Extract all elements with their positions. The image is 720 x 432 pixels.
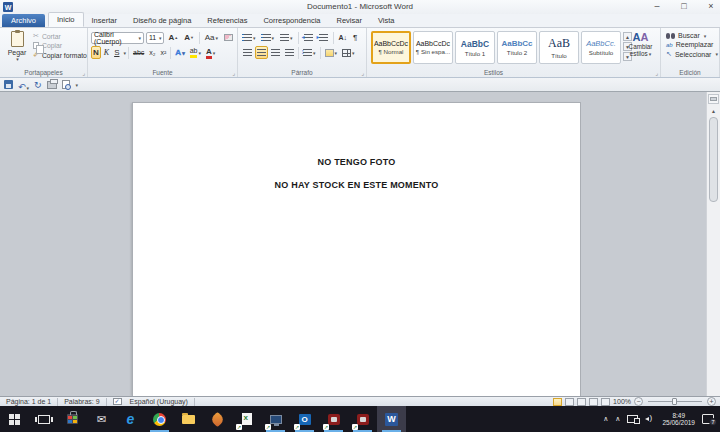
zoom-out-button[interactable]: − — [634, 397, 643, 406]
remote-desktop-shortcut-button[interactable]: ↗ — [261, 406, 290, 432]
app-taskbar-button-rocket[interactable] — [203, 406, 232, 432]
outline-view-button[interactable] — [589, 398, 598, 406]
scrollbar-thumb[interactable] — [709, 117, 718, 202]
dialog-launcher-icon[interactable]: ⌟ — [82, 70, 85, 76]
redo-icon[interactable]: ↻ — [34, 80, 42, 90]
font-color-button[interactable]: A▾ — [204, 46, 217, 59]
text-effects-button[interactable]: A▾ — [173, 46, 186, 59]
start-button[interactable] — [0, 406, 29, 432]
fullscreen-reading-view-button[interactable] — [565, 398, 574, 406]
close-button[interactable]: × — [706, 0, 716, 12]
excel-file-shortcut-button[interactable]: ↗ — [232, 406, 261, 432]
dialog-launcher-icon[interactable]: ⌟ — [232, 70, 235, 76]
style-normal[interactable]: AaBbCcDc ¶ Normal — [371, 31, 411, 64]
store-taskbar-button[interactable] — [58, 406, 87, 432]
task-view-button[interactable] — [29, 406, 58, 432]
tab-archivo[interactable]: Archivo — [2, 14, 45, 27]
style-titulo[interactable]: AaB Título — [539, 31, 579, 64]
file-explorer-taskbar-button[interactable] — [174, 406, 203, 432]
hidden-icons-chevron-icon[interactable]: ∧ — [615, 415, 620, 423]
app-shortcut-red-2-button[interactable]: ↗ — [348, 406, 377, 432]
style-titulo-1[interactable]: AaBbC Título 1 — [455, 31, 495, 64]
print-icon[interactable] — [47, 81, 57, 89]
subscript-button[interactable]: x₂ — [147, 46, 157, 59]
strikethrough-button[interactable]: abc — [131, 46, 146, 59]
network-icon[interactable] — [627, 415, 638, 423]
undo-button[interactable]: ↶▾ — [18, 76, 29, 94]
action-center-icon[interactable]: 7 — [702, 414, 714, 424]
line-spacing-button[interactable]: ▾ — [301, 46, 318, 59]
tab-revisar[interactable]: Revisar — [329, 14, 370, 27]
align-left-button[interactable] — [241, 46, 254, 59]
sort-button[interactable]: A↓ — [337, 31, 350, 44]
taskbar-clock[interactable]: 8:49 25/06/2019 — [662, 412, 695, 427]
font-family-select[interactable]: Calibri (Cuerpo) ▾ — [91, 32, 144, 44]
proofing-status-icon[interactable] — [113, 398, 122, 405]
volume-icon[interactable] — [645, 415, 655, 424]
style-sin-espaciado[interactable]: AaBbCcDc ¶ Sin espa... — [413, 31, 453, 64]
find-button[interactable]: Buscar ▾ — [666, 32, 719, 39]
print-layout-view-button[interactable] — [553, 398, 562, 406]
word-count[interactable]: Palabras: 9 — [58, 398, 105, 405]
superscript-button[interactable]: x² — [159, 46, 169, 59]
change-styles-button[interactable]: AA Cambiar estilos▾ — [624, 31, 657, 58]
align-right-button[interactable] — [269, 46, 282, 59]
tab-referencias[interactable]: Referencias — [199, 14, 255, 27]
dialog-launcher-icon[interactable]: ⌟ — [655, 70, 658, 76]
word-taskbar-button[interactable]: W — [377, 406, 406, 432]
italic-button[interactable]: K — [102, 46, 111, 59]
select-button[interactable]: ↖ Seleccionar ▾ — [666, 50, 719, 58]
shading-button[interactable]: ▾ — [323, 46, 340, 59]
ruler-toggle-button[interactable] — [708, 94, 719, 104]
align-center-button[interactable] — [255, 46, 268, 59]
mail-taskbar-button[interactable]: ✉ — [87, 406, 116, 432]
paste-button[interactable]: Pegar ▾ — [3, 31, 31, 69]
tab-correspondencia[interactable]: Correspondencia — [255, 14, 328, 27]
style-subtitulo[interactable]: AaBbCc. Subtítulo — [581, 31, 621, 64]
web-layout-view-button[interactable] — [577, 398, 586, 406]
copy-button[interactable]: Copiar — [33, 42, 87, 49]
save-icon[interactable] — [4, 80, 13, 89]
text-highlight-button[interactable]: ab▾ — [188, 46, 203, 59]
zoom-slider-thumb[interactable] — [672, 398, 677, 405]
tab-vista[interactable]: Vista — [370, 14, 403, 27]
zoom-slider[interactable] — [648, 401, 702, 402]
replace-button[interactable]: ab Reemplazar — [666, 41, 719, 48]
chevron-down-icon[interactable]: ▾ — [123, 50, 126, 56]
language-indicator[interactable]: Español (Uruguay) — [124, 398, 194, 405]
decrease-indent-button[interactable] — [302, 31, 315, 44]
dialog-launcher-icon[interactable]: ⌟ — [361, 70, 364, 76]
hidden-icons-chevron-icon[interactable]: ∧ — [603, 415, 608, 423]
bold-button[interactable]: N — [91, 46, 101, 59]
shrink-font-button[interactable]: A▼ — [182, 31, 196, 44]
font-size-select[interactable]: 11 ▾ — [146, 32, 165, 44]
minimize-button[interactable]: – — [652, 0, 662, 12]
chrome-taskbar-button[interactable] — [145, 406, 174, 432]
clear-formatting-button[interactable] — [222, 31, 235, 44]
style-titulo-2[interactable]: AaBbCc Título 2 — [497, 31, 537, 64]
customize-qat-icon[interactable]: ▾ — [76, 82, 79, 88]
app-shortcut-red-1-button[interactable]: ↗ — [319, 406, 348, 432]
draft-view-button[interactable] — [601, 398, 610, 406]
edge-taskbar-button[interactable]: e — [116, 406, 145, 432]
bullets-button[interactable]: ▾ — [241, 31, 258, 44]
tab-insertar[interactable]: Insertar — [84, 14, 125, 27]
tab-inicio[interactable]: Inicio — [48, 12, 84, 27]
print-preview-icon[interactable] — [62, 80, 70, 89]
show-hide-marks-button[interactable]: ¶ — [351, 31, 359, 44]
document-page[interactable]: NO TENGO FOTO NO HAY STOCK EN ESTE MOMEN… — [133, 103, 580, 396]
grow-font-button[interactable]: A▲ — [166, 31, 180, 44]
borders-button[interactable]: ▾ — [340, 46, 357, 59]
zoom-level[interactable]: 100% — [613, 398, 631, 405]
vertical-scrollbar[interactable]: ▲ — [706, 92, 720, 396]
cut-button[interactable]: ✂ Cortar — [33, 32, 87, 40]
zoom-in-button[interactable]: + — [707, 397, 716, 406]
scroll-up-icon[interactable]: ▲ — [711, 108, 716, 114]
page-count[interactable]: Página: 1 de 1 — [0, 398, 57, 405]
numbering-button[interactable]: ▾ — [260, 31, 277, 44]
multilevel-list-button[interactable]: ▾ — [278, 31, 295, 44]
restore-button[interactable]: □ — [679, 0, 689, 12]
justify-button[interactable] — [283, 46, 296, 59]
increase-indent-button[interactable] — [317, 31, 330, 44]
tab-diseno-de-pagina[interactable]: Diseño de página — [125, 14, 199, 27]
